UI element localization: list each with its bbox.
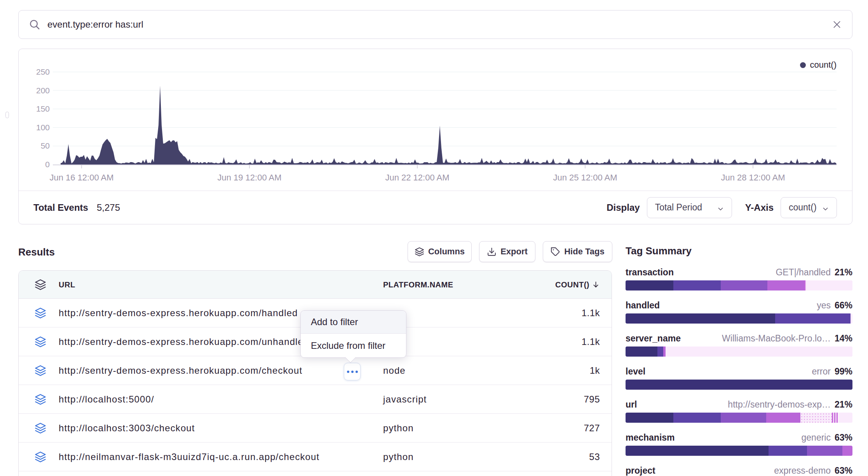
tag-summary-item-server_name: server_nameWilliams-MacBook-Pro.lo…14% (626, 333, 852, 357)
tag-distribution-bar[interactable] (626, 446, 852, 456)
tag-bar-segment[interactable] (807, 446, 842, 456)
events-chart-panel: count() 050100150200250Jun 16 12:00 AMJu… (18, 49, 852, 224)
url-cell[interactable]: http://sentry-demos-express.herokuapp.co… (59, 308, 298, 318)
url-cell[interactable]: http://sentry-demos-express.herokuapp.co… (59, 336, 309, 347)
tag-bar-segment[interactable] (626, 280, 673, 290)
tag-bar-segment[interactable] (666, 346, 852, 357)
events-area-chart[interactable]: 050100150200250Jun 16 12:00 AMJun 19 12:… (19, 49, 853, 191)
columns-button[interactable]: Columns (408, 241, 472, 262)
svg-text:200: 200 (36, 86, 50, 95)
tag-name: mechanism (626, 432, 675, 443)
tag-bar-segment[interactable] (626, 380, 852, 390)
tag-top-percent: 21% (835, 399, 852, 410)
chart-footer: Total Events 5,275 Display Total Period … (19, 191, 852, 224)
tag-bar-segment[interactable] (775, 313, 851, 324)
stack-icon[interactable] (35, 279, 46, 290)
table-row: http://neilmanvar-flask-m3uuizd7iq-uc.a.… (19, 443, 612, 471)
tag-name: transaction (626, 267, 674, 278)
yaxis-select[interactable]: count() (781, 197, 837, 218)
url-cell[interactable]: http://sentry-demos-express.herokuapp.co… (59, 365, 302, 376)
clear-search-icon[interactable] (832, 19, 842, 30)
count-cell[interactable]: 53 (589, 452, 600, 462)
tag-bar-segment[interactable] (766, 413, 800, 423)
column-header-count[interactable]: COUNT() (555, 280, 600, 289)
stack-trace-icon[interactable] (35, 422, 46, 434)
results-table: URL PLATFORM.NAME COUNT() http://sentry-… (18, 270, 612, 476)
tag-bar-segment[interactable] (767, 280, 805, 290)
tag-distribution-bar[interactable] (626, 313, 852, 324)
column-header-platform[interactable]: PLATFORM.NAME (383, 280, 453, 289)
table-row (19, 471, 612, 476)
cell-actions-button[interactable] (344, 363, 361, 380)
tag-top-percent: 14% (835, 333, 852, 344)
column-header-url[interactable]: URL (59, 280, 75, 289)
sort-desc-icon (592, 280, 600, 289)
svg-text:50: 50 (41, 141, 50, 150)
tag-bar-segment[interactable] (626, 413, 673, 423)
tag-top-value: Williams-MacBook-Pro.lo… (722, 333, 831, 344)
platform-cell[interactable]: python (383, 423, 414, 434)
stack-trace-icon[interactable] (35, 451, 46, 463)
tag-bar-segment[interactable] (838, 413, 852, 423)
svg-text:150: 150 (36, 104, 50, 113)
table-row: http://sentry-demos-express.herokuapp.co… (19, 356, 612, 385)
platform-cell[interactable]: python (383, 452, 414, 462)
url-cell[interactable]: http://neilmanvar-flask-m3uuizd7iq-uc.a.… (59, 452, 319, 462)
display-select[interactable]: Total Period (647, 197, 732, 218)
tag-name: level (626, 366, 645, 377)
menu-item-exclude-from-filter[interactable]: Exclude from filter (301, 334, 406, 357)
count-cell[interactable]: 1.1k (582, 336, 600, 347)
count-cell[interactable]: 727 (584, 423, 600, 434)
tag-top-value: http://sentry-demos-exp… (728, 399, 831, 410)
tag-bar-segment[interactable] (842, 446, 852, 456)
tag-distribution-bar[interactable] (626, 380, 852, 390)
tag-distribution-bar[interactable] (626, 413, 852, 423)
platform-cell[interactable]: node (383, 365, 406, 376)
tag-bar-segment[interactable] (673, 280, 721, 290)
tag-icon (551, 247, 560, 257)
tag-bar-segment[interactable] (626, 313, 775, 324)
stack-trace-icon[interactable] (35, 365, 46, 376)
svg-text:Jun 16 12:00 AM: Jun 16 12:00 AM (49, 173, 113, 182)
tag-bar-segment[interactable] (626, 346, 657, 357)
tag-bar-segment[interactable] (657, 346, 663, 357)
tag-bar-segment[interactable] (832, 413, 838, 423)
tag-top-value: GET|/handled (776, 267, 831, 278)
tag-top-percent: 66% (835, 300, 852, 311)
count-cell[interactable]: 795 (584, 394, 600, 405)
tag-distribution-bar[interactable] (626, 280, 852, 290)
tag-summary-item-level: levelerror99% (626, 366, 852, 390)
stack-trace-icon[interactable] (35, 394, 46, 405)
table-row: http://localhost:3003/checkoutpython727 (19, 414, 612, 443)
tag-bar-segment[interactable] (800, 413, 832, 423)
tag-bar-segment[interactable] (806, 280, 852, 290)
tag-summary-item-project: projectexpress-demo63% (626, 466, 852, 476)
export-button[interactable]: Export (479, 241, 535, 262)
search-input[interactable] (47, 19, 832, 30)
results-title: Results (18, 246, 55, 258)
tag-top-percent: 63% (835, 432, 852, 443)
url-cell[interactable]: http://localhost:3003/checkout (59, 423, 195, 434)
platform-cell[interactable]: javascript (383, 394, 427, 405)
url-cell[interactable]: http://localhost:5000/ (59, 394, 154, 405)
tag-bar-segment[interactable] (673, 413, 721, 423)
hide-tags-button[interactable]: Hide Tags (543, 241, 612, 262)
tag-summary-item-url: urlhttp://sentry-demos-exp…21% (626, 399, 852, 423)
tag-top-value: generic (802, 432, 831, 443)
menu-item-add-to-filter[interactable]: Add to filter (301, 311, 406, 334)
stack-trace-icon[interactable] (35, 336, 46, 348)
tag-distribution-bar[interactable] (626, 346, 852, 357)
tag-top-value: express-demo (774, 466, 831, 476)
tag-top-percent: 63% (835, 466, 852, 476)
chart-drag-handle[interactable] (5, 112, 9, 118)
search-bar[interactable] (18, 10, 852, 39)
tag-bar-segment[interactable] (721, 413, 766, 423)
tag-bar-segment[interactable] (721, 280, 767, 290)
tag-bar-segment[interactable] (626, 446, 769, 456)
stack-trace-icon[interactable] (35, 307, 46, 319)
count-cell[interactable]: 1k (590, 365, 600, 376)
tag-bar-segment[interactable] (851, 313, 852, 324)
tag-bar-segment[interactable] (769, 446, 807, 456)
tag-summary-title: Tag Summary (626, 245, 852, 257)
count-cell[interactable]: 1.1k (582, 308, 600, 318)
